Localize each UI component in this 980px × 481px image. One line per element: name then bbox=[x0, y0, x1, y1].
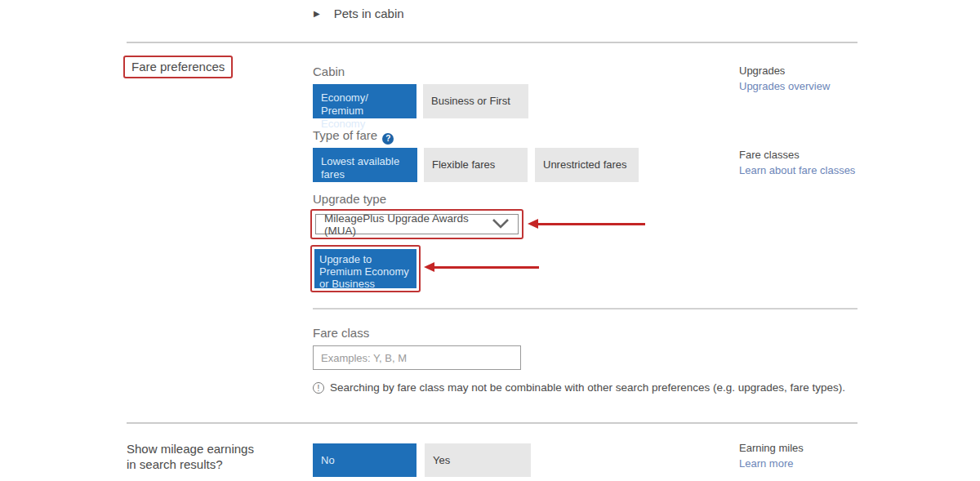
arrow-head-icon bbox=[424, 262, 434, 272]
section-title-fare-preferences: Fare preferences bbox=[131, 60, 225, 73]
aside-fare-classes-title: Fare classes bbox=[739, 149, 855, 161]
earning-miles-learn-more-link[interactable]: Learn more bbox=[739, 457, 793, 470]
arrow-line bbox=[434, 266, 539, 269]
cabin-label: Cabin bbox=[313, 65, 345, 78]
annotation-box-fare-preferences: Fare preferences bbox=[123, 56, 233, 78]
cabin-option-business-or-first[interactable]: Business or First bbox=[423, 84, 528, 118]
caret-right-icon: ▶ bbox=[314, 9, 320, 18]
question-mark-icon[interactable]: ? bbox=[382, 133, 394, 145]
aside-fare-classes: Fare classes Learn about fare classes bbox=[739, 149, 855, 177]
mileage-earnings-option-no[interactable]: No bbox=[313, 443, 416, 477]
fare-type-option-lowest-available[interactable]: Lowest available fares bbox=[313, 148, 417, 182]
arrow-head-icon bbox=[528, 219, 538, 229]
upgrade-to-premium-economy-or-business-button[interactable]: Upgrade to Premium Economy or Business bbox=[314, 249, 416, 288]
aside-upgrades: Upgrades Upgrades overview bbox=[739, 65, 830, 93]
upgrades-overview-link[interactable]: Upgrades overview bbox=[739, 80, 830, 92]
chevron-down-icon bbox=[492, 217, 510, 232]
fare-type-option-unrestricted[interactable]: Unrestricted fares bbox=[535, 148, 639, 182]
learn-about-fare-classes-link[interactable]: Learn about fare classes bbox=[739, 164, 855, 176]
fare-type-option-flexible[interactable]: Flexible fares bbox=[424, 148, 528, 182]
fare-class-note-text: Searching by fare class may not be combi… bbox=[330, 381, 845, 394]
annotation-box-upgrade-button: Upgrade to Premium Economy or Business bbox=[310, 245, 421, 292]
fare-class-input[interactable] bbox=[313, 345, 521, 370]
pets-in-cabin-toggle[interactable]: ▶ Pets in cabin bbox=[314, 7, 404, 20]
upgrade-type-dropdown-value: MileagePlus Upgrade Awards (MUA) bbox=[324, 212, 492, 237]
annotation-arrow-dropdown bbox=[528, 219, 645, 229]
aside-earning-miles-title: Earning miles bbox=[739, 442, 804, 454]
upgrade-type-label: Upgrade type bbox=[313, 192, 386, 206]
section-divider bbox=[313, 308, 858, 310]
annotation-box-upgrade-dropdown: MileagePlus Upgrade Awards (MUA) bbox=[310, 209, 523, 239]
fare-preferences-page: ▶ Pets in cabin Fare preferences Cabin E… bbox=[0, 0, 980, 481]
type-of-fare-label: Type of fare? bbox=[313, 128, 394, 145]
section-divider bbox=[127, 422, 858, 424]
section-divider bbox=[127, 42, 858, 43]
annotation-arrow-upgrade-button bbox=[424, 262, 539, 272]
fare-class-label: Fare class bbox=[313, 326, 369, 340]
type-of-fare-label-text: Type of fare bbox=[313, 128, 377, 142]
cabin-option-economy-premium-economy[interactable]: Economy/ Premium Economy bbox=[313, 84, 416, 118]
mileage-earnings-question: Show mileage earnings in search results? bbox=[127, 441, 254, 472]
pets-in-cabin-label: Pets in cabin bbox=[334, 7, 404, 20]
arrow-line bbox=[538, 223, 645, 225]
info-icon: ! bbox=[313, 382, 324, 394]
aside-upgrades-title: Upgrades bbox=[739, 65, 830, 77]
aside-earning-miles: Earning miles Learn more bbox=[739, 442, 804, 470]
upgrade-type-dropdown[interactable]: MileagePlus Upgrade Awards (MUA) bbox=[315, 214, 519, 234]
mileage-earnings-option-yes[interactable]: Yes bbox=[425, 443, 531, 477]
fare-class-note-row: ! Searching by fare class may not be com… bbox=[313, 381, 845, 394]
